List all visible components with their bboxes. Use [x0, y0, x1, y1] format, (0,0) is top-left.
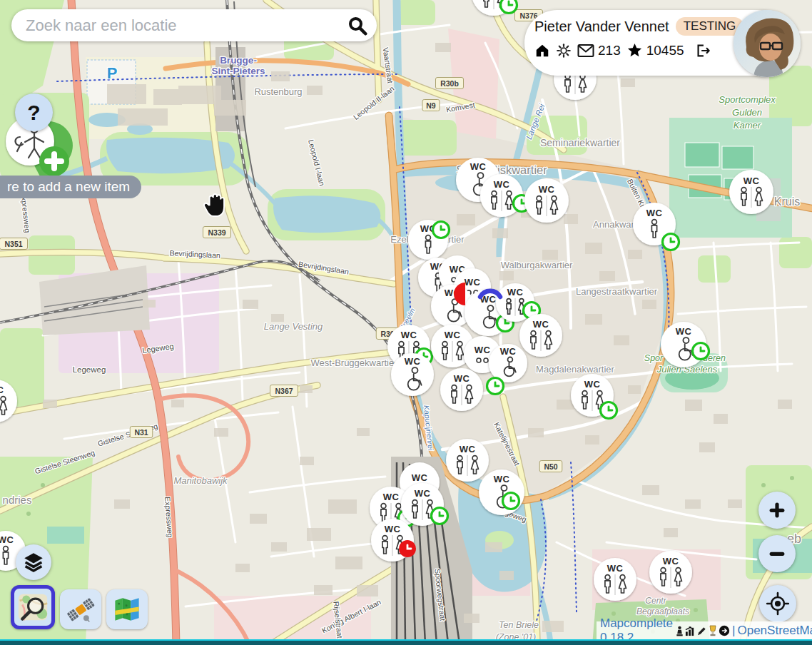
svg-text:WC: WC	[460, 444, 476, 454]
road-shield: N31	[130, 427, 153, 438]
map-marker-toilet[interactable]: WC	[479, 469, 524, 515]
road-shield: N50	[539, 461, 562, 472]
attribution-bar: Mapcomplete 0.18.2 | OpenStreetMap	[597, 621, 812, 640]
map-label: Magdalenakwartier	[536, 364, 615, 375]
map-label: Walburgakwartier	[501, 260, 573, 270]
map-label: Rustenburg	[254, 86, 302, 97]
map-marker-toilet[interactable]: WC	[391, 353, 434, 396]
map-label: ndries	[3, 494, 32, 506]
basemap-switcher	[11, 585, 148, 629]
gear-icon[interactable]	[556, 43, 572, 59]
community-icon	[708, 625, 718, 636]
svg-text:WC: WC	[474, 345, 491, 355]
zoom-in-button[interactable]	[758, 492, 796, 529]
statistics-icon	[685, 626, 696, 636]
map-canvas[interactable]: RustenburgSint-GilliskwartierSeminariekw…	[0, 0, 812, 645]
attribution-separator: |	[732, 624, 735, 638]
svg-text:N339: N339	[208, 228, 225, 237]
svg-text:WC: WC	[401, 330, 417, 340]
map-marker-toilet[interactable]: WC	[446, 439, 489, 482]
layers-button[interactable]	[16, 544, 51, 580]
map-label: West-Bruggekwartier	[310, 357, 397, 368]
theme-color-bar	[0, 639, 812, 645]
map-label: Ten Briele	[499, 620, 539, 630]
svg-text:WC: WC	[445, 330, 461, 340]
svg-text:WC: WC	[494, 474, 510, 484]
map-label: Begraafplaats	[636, 606, 689, 616]
svg-text:WC: WC	[607, 563, 624, 574]
svg-text:WC: WC	[507, 287, 524, 298]
opening-hours-badge	[487, 378, 504, 395]
road-shield: N9	[422, 100, 440, 111]
layers-icon	[21, 550, 46, 574]
map-label: Legeweg	[73, 365, 106, 374]
map-label: Langestraatkwartier	[576, 286, 658, 297]
basemap-osm-button[interactable]	[11, 585, 55, 629]
search-icon[interactable]	[347, 15, 368, 36]
opening-hours-badge	[433, 222, 450, 238]
svg-text:WC: WC	[405, 356, 421, 367]
svg-text:WC: WC	[539, 184, 555, 195]
map-label: Seminariekwartier	[540, 137, 620, 148]
osm-link[interactable]: OpenStreetMap	[737, 624, 812, 638]
zoom-out-button[interactable]	[758, 535, 796, 572]
search-bar[interactable]	[11, 9, 377, 41]
map-marker-toilet[interactable]: WC	[524, 178, 569, 223]
svg-text:WC: WC	[0, 385, 4, 395]
help-button[interactable]: ?	[15, 93, 53, 131]
svg-text:N351: N351	[4, 240, 22, 248]
crosshair-icon	[766, 591, 790, 616]
map-marker-toilet[interactable]: WC	[729, 170, 773, 214]
map-marker-toilet[interactable]: WC	[440, 368, 483, 411]
svg-text:WC: WC	[0, 534, 14, 545]
add-item-tooltip: re to add a new item	[0, 176, 141, 198]
messages-icon[interactable]	[577, 44, 594, 58]
svg-text:N31: N31	[134, 428, 148, 437]
folded-map-icon	[112, 594, 142, 624]
info-circle-icon	[719, 625, 730, 636]
svg-text:WC: WC	[412, 472, 428, 483]
statue-icon	[675, 626, 684, 636]
svg-text:WC: WC	[415, 488, 431, 499]
map-marker-toilet[interactable]: WC	[519, 314, 562, 357]
home-icon[interactable]	[534, 43, 550, 59]
opening-hours-badge	[601, 402, 617, 419]
message-count: 213	[598, 43, 621, 59]
opening-hours-badge	[663, 234, 679, 250]
road-shield: N367	[270, 385, 298, 397]
svg-text:N367: N367	[275, 387, 293, 395]
svg-text:WC: WC	[646, 208, 663, 218]
search-input[interactable]	[24, 16, 347, 36]
road-shield: N339	[203, 227, 231, 238]
map-marker-toilet[interactable]: WC	[649, 551, 692, 594]
map-magnifier-icon	[17, 591, 49, 623]
svg-text:WC: WC	[500, 346, 517, 357]
svg-text:WC: WC	[663, 556, 679, 567]
opening-hours-badge	[432, 508, 448, 524]
opening-hours-badge	[503, 493, 519, 509]
logout-icon[interactable]	[694, 43, 711, 59]
svg-text:N50: N50	[544, 462, 557, 471]
map-label: Brugge-	[220, 55, 257, 66]
tooltip-text: re to add a new item	[7, 179, 130, 194]
edit-pencil-icon	[696, 626, 707, 636]
map-label: Manitobawijk	[173, 475, 228, 486]
avatar[interactable]	[734, 10, 801, 77]
svg-text:N9: N9	[426, 101, 436, 110]
map-label: Spor	[644, 353, 664, 363]
basemap-map-button[interactable]	[106, 589, 148, 629]
star-icon[interactable]	[626, 42, 643, 59]
basemap-satellite-button[interactable]	[60, 589, 101, 629]
star-count: 10455	[646, 43, 684, 59]
map-label: Sportcomplex	[719, 94, 776, 105]
user-name: Pieter Vander Vennet	[534, 19, 669, 35]
opening-hours-badge	[693, 343, 709, 360]
svg-text:WC: WC	[494, 179, 510, 190]
map-label: Lange Vesting	[264, 321, 323, 332]
svg-text:WC: WC	[533, 319, 549, 330]
svg-text:WC: WC	[470, 161, 487, 172]
svg-text:WC: WC	[383, 492, 400, 502]
geolocate-button[interactable]	[759, 585, 796, 622]
map-label: Kamer	[734, 120, 761, 131]
map-marker-toilet[interactable]: WC	[594, 558, 636, 601]
